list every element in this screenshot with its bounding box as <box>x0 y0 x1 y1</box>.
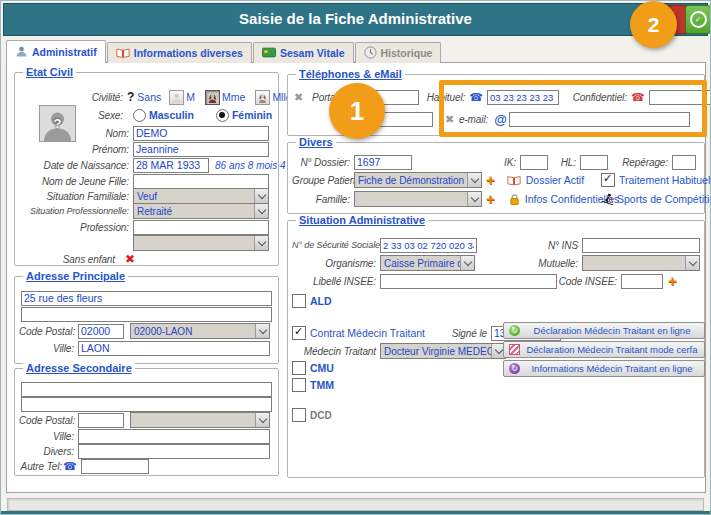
adresse2-cp-ville-select[interactable] <box>130 412 270 428</box>
dossier-actif-book-icon[interactable] <box>507 175 521 186</box>
confidentiel-input[interactable] <box>649 90 711 105</box>
situation-familiale-select[interactable]: Veuf <box>133 188 269 204</box>
ik-input[interactable] <box>520 155 548 170</box>
dcd-label[interactable]: DCD <box>310 410 332 421</box>
declaration-mt-cerfa-button[interactable]: Déclaration Médecin Traitant mode cerfa <box>503 341 705 358</box>
chevron-down-icon[interactable] <box>255 413 269 427</box>
civilite-sans-option[interactable]: Sans <box>137 91 161 103</box>
contrat-mt-label[interactable]: Contrat Médecin Traitant <box>310 327 425 339</box>
chevron-down-icon[interactable] <box>460 256 474 270</box>
sexe-masculin-label[interactable]: Masculin <box>149 109 194 121</box>
chevron-down-icon[interactable] <box>685 256 699 270</box>
adresse2-cp-input[interactable] <box>78 413 124 428</box>
validate-button[interactable]: ✓ <box>685 5 711 34</box>
adresse1-ligne1-input[interactable] <box>21 291 272 306</box>
ald-checkbox[interactable] <box>292 294 306 308</box>
declaration-mt-en-ligne-button[interactable]: ↻ Déclaration Médecin Traitant en ligne <box>503 322 705 339</box>
adresse2-ligne2-input[interactable] <box>21 397 272 412</box>
profession-liste-select[interactable] <box>133 235 269 251</box>
code-insee-input[interactable] <box>621 274 663 289</box>
organisme-select[interactable]: Caisse Primaire d'Assur <box>380 255 475 271</box>
situation-professionnelle-select[interactable]: Retraité <box>133 203 269 219</box>
chevron-down-icon[interactable] <box>254 204 268 218</box>
clear-email-icon[interactable]: ✖ <box>445 114 454 125</box>
adresse2-ligne1-input[interactable] <box>21 382 272 397</box>
nom-input[interactable] <box>133 126 269 141</box>
telephones-title: Téléphones & eMail <box>296 68 405 80</box>
habituel-input[interactable] <box>487 90 559 105</box>
cmu-checkbox[interactable] <box>292 361 306 375</box>
traitement-habituel-group: Traitement Habituel <box>601 173 710 187</box>
contrat-mt-checkbox[interactable] <box>292 326 306 340</box>
chevron-down-icon[interactable] <box>254 189 268 203</box>
reperage-input[interactable] <box>672 155 696 170</box>
clear-portable-icon[interactable]: ✖ <box>294 92 303 103</box>
profession-row: Profession: <box>15 219 274 235</box>
dossier-actif-label[interactable]: Dossier Actif <box>526 174 584 186</box>
civilite-mme-label[interactable]: Mme <box>222 91 245 103</box>
tmm-checkbox[interactable] <box>292 378 306 392</box>
famille-label: Famille: <box>292 194 350 205</box>
sans-enfant-x-icon[interactable]: ✖ <box>125 253 135 265</box>
adresse1-cp-ville-select[interactable]: 02000-LAON <box>130 323 270 339</box>
adresse1-ville-label: Ville: <box>19 343 74 354</box>
adresse2-ville-row: Ville: <box>15 428 274 444</box>
civilite-m-label[interactable]: M <box>186 91 195 103</box>
famille-select[interactable] <box>354 191 482 207</box>
book-icon <box>116 47 130 59</box>
tab-administratif[interactable]: Administratif <box>6 40 106 63</box>
libelle-insee-input[interactable] <box>380 274 557 289</box>
add-groupe-patient-button[interactable]: + <box>486 174 495 186</box>
jeune-fille-input[interactable] <box>133 174 269 189</box>
tmm-label[interactable]: TMM <box>310 379 334 391</box>
mutuelle-select[interactable] <box>582 255 700 271</box>
chevron-down-icon[interactable] <box>467 192 481 206</box>
prenom-input[interactable] <box>133 142 269 157</box>
adresse-principale-section: Adresse Principale Code Postal: 02000-LA… <box>14 276 279 364</box>
annotation-step-2-number: 2 <box>648 13 660 37</box>
tab-sesam-vitale[interactable]: Sesam Vitale <box>253 42 354 63</box>
sexe-feminin-label[interactable]: Féminin <box>232 109 272 121</box>
dcd-checkbox[interactable] <box>292 408 306 422</box>
dossier-input[interactable] <box>354 155 412 170</box>
naissance-input[interactable] <box>133 158 209 173</box>
chevron-down-icon[interactable] <box>254 236 268 250</box>
groupe-patient-select[interactable]: Fiche de Démonstration <box>354 172 482 188</box>
hl-input[interactable] <box>580 155 608 170</box>
ins-input[interactable] <box>582 238 700 253</box>
email-input[interactable] <box>509 112 690 127</box>
lock-icon[interactable] <box>509 193 520 206</box>
cmu-label[interactable]: CMU <box>310 362 334 374</box>
chevron-down-icon[interactable] <box>255 324 269 338</box>
secu-input[interactable] <box>380 238 477 253</box>
add-code-insee-button[interactable]: + <box>668 275 677 287</box>
ik-label: IK: <box>500 157 516 168</box>
skier-icon[interactable] <box>601 193 614 206</box>
tab-label: Informations diverses <box>134 47 243 59</box>
secu-row: N° de Sécurité Sociale: N° INS <box>288 237 700 253</box>
tab-informations-diverses[interactable]: Informations diverses <box>107 42 252 63</box>
ins-group: N° INS <box>538 238 700 253</box>
sexe-masculin-radio[interactable] <box>133 109 146 122</box>
adresse1-ville-input[interactable] <box>78 341 270 356</box>
adresse2-ville-input[interactable] <box>78 429 270 444</box>
traitement-habituel-checkbox[interactable] <box>601 173 615 187</box>
civilite-mme-button[interactable] <box>205 90 220 105</box>
add-famille-button[interactable]: + <box>486 193 495 205</box>
autre-tel-input[interactable] <box>81 459 149 474</box>
chevron-down-icon[interactable] <box>467 173 481 187</box>
adresse1-ligne2-input[interactable] <box>21 307 272 322</box>
civilite-m-button[interactable] <box>169 90 184 105</box>
traitement-habituel-label[interactable]: Traitement Habituel <box>619 174 710 186</box>
informations-mt-en-ligne-button[interactable]: ↻ Informations Médecin Traitant en ligne <box>503 360 705 377</box>
profession-input[interactable] <box>133 220 269 235</box>
tab-historique[interactable]: Historique <box>355 42 442 63</box>
medecin-traitant-select[interactable]: Docteur Virginie MEDECIN RP... <box>380 343 506 359</box>
adresse2-divers-input[interactable] <box>78 444 270 459</box>
adresse1-cp-input[interactable] <box>78 324 124 339</box>
ald-label[interactable]: ALD <box>310 295 332 307</box>
civilite-mlle-button[interactable] <box>255 90 270 105</box>
sexe-feminin-radio[interactable] <box>216 109 229 122</box>
sports-competition-label[interactable]: Sports de Compétition <box>617 193 711 205</box>
prenom-label: Prénom: <box>19 144 129 155</box>
